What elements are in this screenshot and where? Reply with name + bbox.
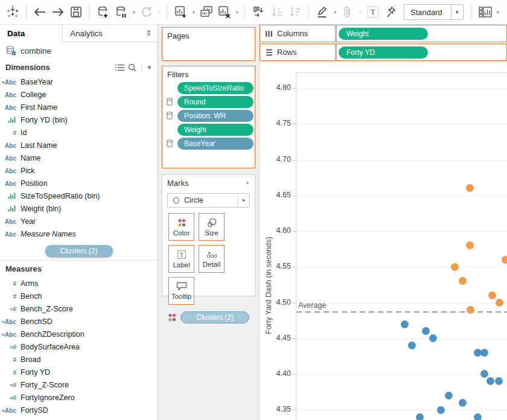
pages-card[interactable]: Pages: [162, 27, 255, 61]
measure-row[interactable]: =#Bench_Z-Score: [0, 302, 158, 315]
caret-down-icon[interactable]: ▼: [147, 65, 152, 71]
data-point[interactable]: [429, 334, 437, 342]
caret-down-icon[interactable]: ▾: [190, 10, 197, 15]
data-point[interactable]: [486, 377, 494, 385]
refresh-button[interactable]: [138, 3, 155, 21]
tooltip-button[interactable]: Tooltip: [168, 277, 194, 305]
filter-pill[interactable]: BaseYear: [177, 138, 253, 150]
color-button[interactable]: Color: [168, 213, 194, 241]
fit-selector[interactable]: Standard ▼: [404, 4, 464, 20]
clusters-mark-pill[interactable]: Clusters (2): [180, 311, 249, 323]
show-mark-labels-button[interactable]: T: [365, 3, 381, 21]
data-point[interactable]: [480, 349, 488, 357]
dimension-row[interactable]: SizeToSpeedRatio (bin): [0, 189, 158, 202]
data-point[interactable]: [502, 256, 507, 264]
columns-shelf[interactable]: Columns Weight: [260, 25, 507, 42]
data-point[interactable]: [401, 320, 409, 328]
dimension-row[interactable]: AbcPick: [0, 164, 158, 177]
highlight-button[interactable]: [314, 3, 331, 21]
sort-descending-button[interactable]: [287, 3, 304, 21]
data-point[interactable]: [474, 413, 482, 420]
measure-row[interactable]: =#BodySurfaceArea: [0, 340, 158, 353]
duplicate-sheet-button[interactable]: [198, 3, 215, 21]
data-point[interactable]: [495, 377, 503, 385]
swap-axes-button[interactable]: [250, 3, 267, 21]
tab-analytics[interactable]: Analytics: [62, 25, 139, 42]
filter-pill[interactable]: Position: WR: [177, 110, 253, 122]
datasource-item[interactable]: combine: [0, 42, 158, 59]
view-as-list-icon[interactable]: [115, 64, 124, 71]
data-point[interactable]: [451, 263, 459, 271]
measure-row[interactable]: =#Forty_Z-Score: [0, 378, 158, 391]
data-point[interactable]: [480, 370, 488, 378]
caret-down-icon[interactable]: ▾: [494, 10, 502, 15]
group-button[interactable]: [339, 3, 356, 21]
sort-fields-icon[interactable]: ⇕: [139, 25, 158, 42]
caret-down-icon[interactable]: ▼: [237, 194, 249, 207]
dimension-row[interactable]: #Id: [0, 126, 158, 139]
data-point[interactable]: [437, 406, 445, 414]
tab-data[interactable]: Data: [0, 25, 62, 42]
sort-ascending-button[interactable]: [269, 3, 285, 21]
caret-down-icon[interactable]: ▾: [331, 10, 339, 15]
dimension-row[interactable]: AbcFirst Name: [0, 101, 158, 113]
detail-button[interactable]: Detail: [199, 245, 225, 273]
size-button[interactable]: Size: [199, 213, 225, 241]
clusters-field-pill[interactable]: Clusters (2): [45, 245, 113, 256]
search-icon[interactable]: [128, 63, 136, 72]
dimension-row[interactable]: =AbcBaseYear: [0, 75, 158, 88]
data-point[interactable]: [459, 277, 467, 285]
caret-down-icon[interactable]: ▼: [451, 5, 463, 19]
dimension-row[interactable]: AbcLast Name: [0, 139, 158, 151]
dimension-row[interactable]: AbcName: [0, 151, 158, 164]
filter-pill[interactable]: Weight: [177, 124, 253, 136]
measure-row[interactable]: =AbcBenchZDescription: [0, 328, 158, 340]
data-point[interactable]: [467, 306, 474, 314]
save-button[interactable]: [68, 3, 84, 21]
data-point[interactable]: [466, 241, 474, 249]
pause-updates-button[interactable]: [113, 3, 130, 21]
dimension-row[interactable]: AbcMeasure Names: [0, 228, 158, 240]
data-point[interactable]: [488, 291, 496, 299]
average-reference-line[interactable]: [296, 311, 507, 313]
dimension-row[interactable]: AbcCollege: [0, 88, 158, 101]
new-worksheet-button[interactable]: [173, 3, 190, 21]
dimension-row[interactable]: Forty YD (bin): [0, 113, 158, 126]
dimension-row[interactable]: Weight (bin): [0, 202, 158, 215]
fix-axes-button[interactable]: [383, 3, 400, 21]
measure-row[interactable]: #Broad: [0, 353, 158, 366]
measure-row[interactable]: =AbcFortySD: [0, 404, 158, 416]
filter-pill[interactable]: Round: [177, 96, 253, 108]
filters-card[interactable]: Filters SpeedToSizeRatioRoundPosition: W…: [162, 66, 255, 168]
label-button[interactable]: T Label: [168, 245, 194, 273]
rows-pill-forty-yd[interactable]: Forty YD: [339, 46, 428, 59]
measure-row[interactable]: #Arms: [0, 277, 158, 290]
forward-button[interactable]: [49, 3, 66, 21]
caret-down-icon[interactable]: ▾: [130, 10, 138, 15]
filter-pill[interactable]: SpeedToSizeRatio: [177, 82, 253, 94]
add-datasource-button[interactable]: [95, 3, 112, 21]
clear-sheet-button[interactable]: [216, 3, 233, 21]
measure-row[interactable]: =#FortyIgnoreZero: [0, 391, 158, 404]
measure-row[interactable]: =AbcBenchSD: [0, 315, 158, 328]
show-cards-button[interactable]: [477, 3, 494, 21]
dimension-row[interactable]: AbcYear: [0, 215, 158, 228]
rows-shelf[interactable]: Rows Forty YD: [260, 43, 507, 61]
data-point[interactable]: [408, 342, 416, 349]
measure-row[interactable]: #Forty YD: [0, 366, 158, 378]
measure-row[interactable]: #Bench: [0, 290, 158, 302]
back-button[interactable]: [31, 3, 48, 21]
data-point[interactable]: [466, 184, 474, 192]
caret-down-icon[interactable]: ▾: [234, 10, 241, 15]
dimension-row[interactable]: AbcPosition: [0, 177, 158, 189]
data-point[interactable]: [422, 327, 430, 335]
caret-down-icon[interactable]: ▼: [245, 180, 250, 186]
data-point[interactable]: [445, 392, 453, 399]
data-point[interactable]: [416, 413, 424, 420]
data-point[interactable]: [496, 299, 503, 307]
caret-down-icon[interactable]: ▾: [156, 10, 163, 15]
columns-pill-weight[interactable]: Weight: [339, 28, 428, 40]
mark-type-selector[interactable]: Circle ▼: [167, 193, 250, 208]
caret-down-icon[interactable]: ▾: [357, 10, 364, 15]
data-point[interactable]: [459, 399, 467, 407]
